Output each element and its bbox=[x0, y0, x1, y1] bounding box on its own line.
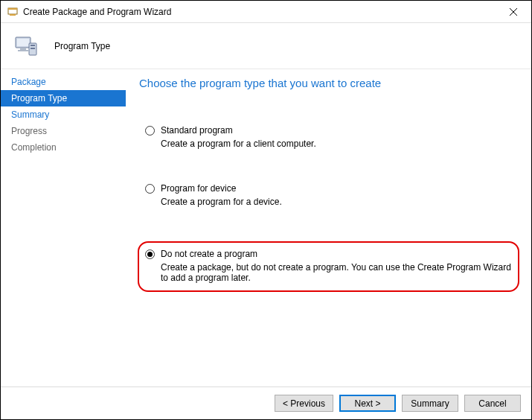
svg-rect-7 bbox=[20, 48, 26, 50]
wizard-steps-sidebar: Package Program Type Summary Progress Co… bbox=[1, 69, 126, 386]
cancel-button[interactable]: Cancel bbox=[464, 395, 521, 412]
sidebar-item-package[interactable]: Package bbox=[1, 74, 126, 90]
next-button[interactable]: Next > bbox=[339, 395, 396, 412]
radio-label: Standard program bbox=[161, 125, 233, 136]
option-do-not-create: Do not create a program Create a package… bbox=[138, 241, 519, 292]
wizard-header: Program Type bbox=[1, 23, 531, 69]
radio-program-for-device[interactable]: Program for device bbox=[145, 183, 516, 194]
close-icon bbox=[510, 8, 517, 16]
radio-icon bbox=[145, 126, 155, 136]
radio-label: Program for device bbox=[161, 183, 236, 194]
option-desc: Create a program for a client computer. bbox=[161, 139, 516, 149]
app-icon bbox=[7, 6, 19, 18]
radio-icon bbox=[145, 249, 155, 259]
radio-label: Do not create a program bbox=[161, 249, 257, 259]
wizard-footer: < Previous Next > Summary Cancel bbox=[1, 386, 531, 419]
svg-rect-8 bbox=[18, 50, 28, 51]
sidebar-item-summary[interactable]: Summary bbox=[1, 106, 126, 123]
radio-standard-program[interactable]: Standard program bbox=[145, 125, 516, 136]
titlebar: Create Package and Program Wizard bbox=[1, 1, 531, 23]
svg-rect-6 bbox=[17, 39, 29, 46]
content-area: Choose the program type that you want to… bbox=[126, 69, 531, 386]
program-type-icon bbox=[11, 31, 41, 61]
svg-rect-11 bbox=[31, 48, 35, 49]
close-button[interactable] bbox=[500, 4, 527, 20]
svg-rect-1 bbox=[8, 8, 17, 10]
content-heading: Choose the program type that you want to… bbox=[139, 77, 516, 89]
option-desc: Create a package, but do not create a pr… bbox=[161, 262, 512, 283]
summary-button[interactable]: Summary bbox=[402, 395, 458, 412]
sidebar-item-progress: Progress bbox=[1, 123, 126, 139]
page-title: Program Type bbox=[54, 41, 110, 51]
option-standard-program: Standard program Create a program for a … bbox=[139, 125, 516, 149]
svg-rect-2 bbox=[10, 14, 16, 16]
sidebar-item-completion: Completion bbox=[1, 139, 126, 156]
svg-rect-10 bbox=[31, 45, 35, 46]
radio-do-not-create[interactable]: Do not create a program bbox=[145, 249, 512, 259]
radio-icon bbox=[145, 184, 155, 194]
sidebar-item-program-type[interactable]: Program Type bbox=[1, 90, 126, 106]
previous-button[interactable]: < Previous bbox=[275, 395, 333, 412]
option-desc: Create a program for a device. bbox=[161, 197, 516, 207]
option-program-for-device: Program for device Create a program for … bbox=[139, 183, 516, 207]
window-title: Create Package and Program Wizard bbox=[23, 7, 171, 17]
